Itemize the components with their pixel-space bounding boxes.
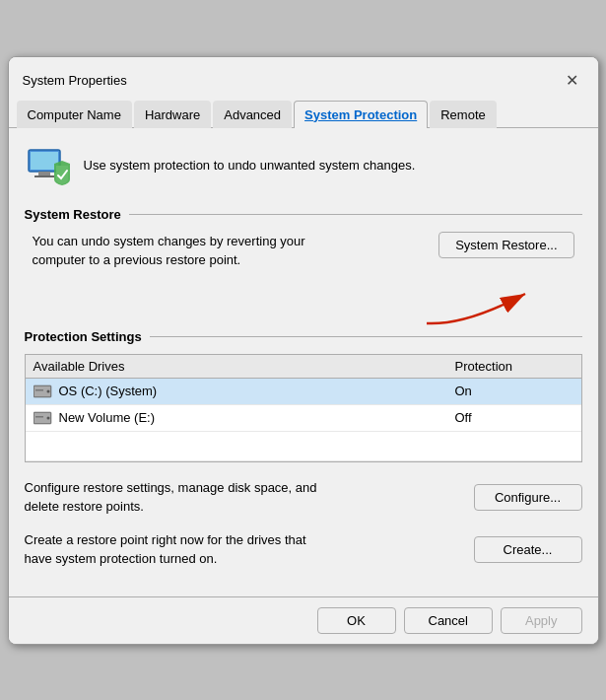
window-title: System Properties — [23, 73, 127, 88]
system-restore-button[interactable]: System Restore... — [438, 232, 573, 258]
svg-rect-1 — [31, 152, 58, 170]
system-protection-icon — [25, 142, 72, 189]
drive-protection-c: On — [455, 384, 573, 398]
cancel-button[interactable]: Cancel — [404, 607, 493, 634]
configure-text: Configure restore settings, manage disk … — [25, 478, 330, 517]
protection-settings-header: Protection Settings — [25, 329, 582, 344]
protection-section-divider — [150, 336, 582, 337]
col-protection: Protection — [455, 359, 573, 374]
info-banner-text: Use system protection to undo unwanted s… — [84, 158, 416, 173]
table-row[interactable]: New Volume (E:) Off — [26, 405, 581, 432]
drive-name-c: OS (C:) (System) — [59, 384, 455, 398]
svg-point-7 — [46, 389, 49, 392]
protection-settings-section: Protection Settings Available Drives Pro… — [25, 329, 582, 462]
info-banner: Use system protection to undo unwanted s… — [25, 142, 582, 189]
tab-advanced[interactable]: Advanced — [213, 101, 292, 128]
restore-row: You can undo system changes by reverting… — [25, 232, 582, 270]
svg-rect-3 — [34, 175, 54, 177]
arrow-annotation — [33, 274, 574, 314]
footer-bar: OK Cancel Apply — [9, 596, 598, 644]
drive-protection-e: Off — [455, 410, 573, 425]
svg-rect-8 — [35, 389, 43, 391]
title-bar: System Properties ✕ — [9, 57, 598, 101]
svg-rect-2 — [38, 172, 50, 175]
create-row: Create a restore point right now for the… — [25, 530, 582, 569]
configure-button[interactable]: Configure... — [474, 484, 582, 511]
create-text: Create a restore point right now for the… — [25, 530, 330, 569]
close-button[interactable]: ✕ — [559, 67, 586, 95]
system-restore-section: System Restore You can undo system chang… — [25, 207, 582, 314]
svg-rect-12 — [35, 416, 43, 418]
tab-remote[interactable]: Remote — [430, 101, 497, 128]
tab-computer-name[interactable]: Computer Name — [17, 101, 132, 128]
tab-hardware[interactable]: Hardware — [134, 101, 211, 128]
drive-icon-e — [34, 410, 53, 426]
drive-icon-c — [34, 384, 53, 399]
drive-name-e: New Volume (E:) — [59, 410, 455, 425]
table-row[interactable]: OS (C:) (System) On — [26, 379, 581, 405]
section-divider — [129, 214, 582, 215]
apply-button[interactable]: Apply — [501, 607, 582, 634]
tab-bar: Computer Name Hardware Advanced System P… — [9, 101, 598, 128]
drives-table: Available Drives Protection OS (C:) (Sys… — [25, 354, 582, 462]
restore-description: You can undo system changes by reverting… — [33, 232, 328, 270]
table-header: Available Drives Protection — [26, 355, 581, 379]
svg-point-11 — [46, 416, 49, 419]
col-drives: Available Drives — [34, 359, 455, 374]
ok-button[interactable]: OK — [317, 607, 396, 634]
table-row-empty — [26, 432, 581, 461]
protection-settings-label: Protection Settings — [25, 329, 142, 344]
tab-system-protection[interactable]: System Protection — [294, 101, 428, 128]
configure-row: Configure restore settings, manage disk … — [25, 478, 582, 517]
system-properties-dialog: System Properties ✕ Computer Name Hardwa… — [8, 56, 599, 645]
system-restore-header: System Restore — [25, 207, 582, 222]
tab-content: Use system protection to undo unwanted s… — [9, 128, 598, 596]
create-button[interactable]: Create... — [474, 536, 582, 563]
system-restore-label: System Restore — [25, 207, 121, 222]
arrow-icon — [407, 274, 565, 328]
